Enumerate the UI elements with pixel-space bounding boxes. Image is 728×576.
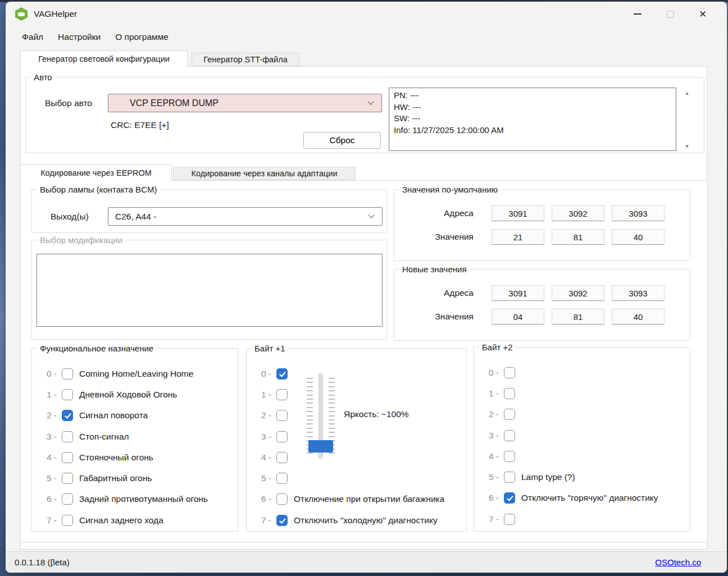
ecu-info-box: PN: --- HW: --- SW: --- Info: 11/27/2025… [389,88,676,151]
car-select-label: Выбор авто [45,98,92,108]
checkbox[interactable] [276,493,288,505]
address-button[interactable]: 3091 [492,205,544,221]
menu-settings[interactable]: Настройки [51,29,108,45]
byte-plus2-group: Байт +2 0 - 1 - 2 - 3 - 4 - 5 -Lamp type… [474,347,690,532]
checkbox[interactable] [62,473,73,484]
checkbox[interactable] [504,367,515,378]
bit-row: 7 -Сигнал заднего хода [40,510,235,531]
checkbox-label: Габаритный огонь [79,473,152,483]
address-button[interactable]: 3093 [612,205,665,221]
osotech-link[interactable]: OSOtech.co [655,557,701,567]
bit-row: 5 -Lamp type (?) [482,467,688,487]
checkbox-label: Стоп-сигнал [79,432,129,442]
checkbox-label: Задний противотуманный огонь [79,494,208,504]
brightness-slider-handle[interactable] [308,440,333,452]
brightness-label: Яркость: ~100% [344,409,409,419]
menu-about[interactable]: О программе [108,29,176,45]
checkbox[interactable] [504,430,515,441]
default-values-row: Значения 21 81 40 [394,229,665,245]
checkbox[interactable] [62,493,73,505]
bit-row: 5 - [254,468,464,488]
menu-file[interactable]: Файл [15,29,51,45]
address-button[interactable]: 3093 [612,285,665,301]
version-label: 0.0.1.18 (βeta) [15,557,70,567]
bit-index: 1 - [40,390,57,400]
tab-light-config-generator[interactable]: Генератор световой конфигурации [20,51,188,67]
modification-group: Выбор модификации [31,240,387,340]
checkbox[interactable] [504,451,515,462]
tab-coding-eeprom[interactable]: Кодирование через EEPROM [20,164,172,181]
checkbox[interactable] [504,492,515,504]
bit-row: 6 -Отключение при открытии багажника [254,489,464,510]
app-window: VAGHelper ✕ Файл Настройки О программе Г… [6,2,727,573]
checkbox[interactable] [62,389,73,400]
checkbox[interactable] [62,452,73,463]
value-button[interactable]: 21 [492,229,544,245]
bit-row: 5 -Габаритный огонь [40,468,235,488]
bit-index: 5 - [40,473,57,483]
checkbox[interactable] [276,389,288,400]
checkbox[interactable] [504,472,515,483]
value-button[interactable]: 81 [552,309,604,324]
close-button[interactable]: ✕ [686,2,719,26]
scroll-down-icon[interactable]: ▼ [684,143,690,149]
minimize-button[interactable] [621,2,654,26]
bit-index: 2 - [254,410,271,420]
checkbox[interactable] [62,368,73,380]
info-hw: HW: --- [394,102,671,113]
reset-button[interactable]: Сброс [303,132,381,149]
checkbox[interactable] [276,515,288,526]
values-label: Значения [435,232,474,242]
tab-coding-adaptation[interactable]: Кодирование через каналы адаптации [173,167,356,180]
bit-row: 3 -Стоп-сигнал [40,426,235,447]
lamp-group-title: Выбор лампы (контакта BCM) [37,184,160,195]
bit-row: 7 - [482,509,688,529]
bit-row: 2 -Сигнал поворота [40,405,235,426]
auto-group-title: Авто [31,72,55,83]
bit-row: 1 -Дневной Ходовой Огонь [40,384,235,405]
modification-listbox[interactable] [37,254,383,327]
output-combobox[interactable]: C26, A44 - [108,207,383,226]
address-button[interactable]: 3092 [552,205,604,221]
app-icon [15,7,28,21]
default-values-group: Значения по-умолчанию Адреса 3091 3092 3… [394,189,690,261]
bit-row: 4 - [482,446,688,467]
address-button[interactable]: 3092 [552,285,604,301]
value-button[interactable]: 81 [552,229,604,245]
checkbox[interactable] [62,431,73,442]
checkbox[interactable] [276,368,288,380]
checkbox[interactable] [504,514,515,525]
address-button[interactable]: 3091 [492,285,544,301]
bit-index: 7 - [482,514,499,524]
bit-row: 0 - [254,363,464,384]
bit-row: 0 -Coming Home/Leaving Home [40,363,235,384]
bit-index: 0 - [40,369,57,379]
default-values-title: Значения по-умолчанию [399,184,501,195]
checkbox[interactable] [276,431,288,442]
value-button[interactable]: 04 [492,309,544,324]
new-values-title: Новые значения [399,264,470,275]
bit-row: 6 -Отключить "горячую" диагностику [482,488,688,509]
checkbox-label: Стояночный огонь [79,452,153,463]
tab-stt-file-generator[interactable]: Генератор STT-файла [192,53,299,66]
checkbox[interactable] [276,473,288,484]
checkbox[interactable] [276,410,288,421]
bit-index: 6 - [40,494,57,504]
checkbox[interactable] [62,410,73,421]
light-config-panel: Авто Выбор авто VCP EEPROM DUMP CRC: E7E… [20,66,707,550]
close-icon: ✕ [699,8,707,20]
bit-index: 5 - [254,473,271,483]
scroll-up-icon[interactable]: ▲ [684,90,690,96]
checkbox-label: Отключить "холодную" диагностику [294,515,438,525]
checkbox[interactable] [504,388,515,399]
checkbox[interactable] [504,409,515,420]
bit-row: 3 - [254,426,464,447]
car-select-combobox[interactable]: VCP EEPROM DUMP [108,94,382,112]
maximize-button[interactable] [654,2,686,26]
checkbox[interactable] [276,452,288,463]
value-button[interactable]: 40 [612,309,665,324]
checkbox[interactable] [62,515,73,526]
value-button[interactable]: 40 [612,229,665,245]
checkbox-label: Сигнал заднего хода [79,515,163,525]
new-addresses-row: Адреса 3091 3092 3093 [394,285,665,301]
